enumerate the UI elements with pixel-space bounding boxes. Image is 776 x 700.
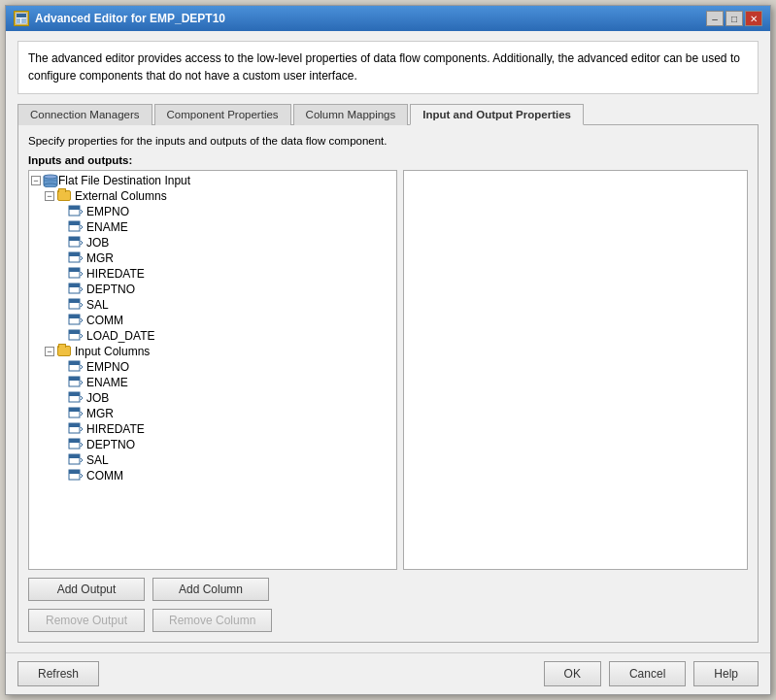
col-label: JOB [86, 391, 109, 405]
col-label: HIREDATE [86, 422, 145, 436]
svg-rect-2 [17, 18, 20, 23]
tree-root[interactable]: − Flat File Destination Input [29, 173, 396, 188]
svg-rect-21 [69, 299, 80, 303]
list-item[interactable]: JOB [29, 390, 396, 406]
svg-rect-29 [69, 377, 80, 381]
ok-button[interactable]: OK [544, 661, 601, 686]
description-text: The advanced editor provides access to t… [28, 51, 740, 65]
minimize-button[interactable]: – [706, 11, 724, 26]
description-box: The advanced editor provides access to t… [17, 41, 759, 94]
tree-scroll-area[interactable]: − Flat File Destination Input [29, 171, 396, 570]
col-label: EMPNO [86, 360, 129, 374]
input-col-label: Input Columns [75, 345, 150, 358]
column-icon [68, 283, 84, 296]
tab-input-output-properties[interactable]: Input and Output Properties [410, 104, 584, 125]
column-icon [68, 329, 84, 343]
column-icon [68, 298, 84, 312]
list-item[interactable]: SAL [29, 297, 396, 313]
column-icon [68, 453, 84, 467]
refresh-button[interactable]: Refresh [17, 661, 99, 686]
svg-rect-1 [17, 14, 26, 17]
column-icon [68, 205, 84, 218]
tab-column-mappings[interactable]: Column Mappings [293, 104, 409, 125]
col-label: LOAD_DATE [86, 329, 154, 343]
column-icon [68, 251, 84, 265]
svg-rect-19 [69, 283, 80, 287]
properties-panel [403, 170, 748, 571]
list-item[interactable]: SAL [29, 452, 396, 468]
window-body: The advanced editor provides access to t… [6, 31, 770, 652]
cancel-button[interactable]: Cancel [609, 661, 686, 686]
list-item[interactable]: DEPTNO [29, 437, 396, 452]
svg-point-5 [44, 175, 57, 179]
svg-rect-31 [69, 392, 80, 396]
col-label: EMPNO [86, 205, 129, 218]
list-item[interactable]: DEPTNO [29, 282, 396, 297]
window-controls: – □ ✕ [706, 11, 762, 26]
tab-connection-managers[interactable]: Connection Managers [17, 104, 152, 125]
window-title: Advanced Editor for EMP_DEPT10 [35, 12, 700, 25]
root-label: Flat File Destination Input [58, 174, 190, 187]
list-item[interactable]: JOB [29, 235, 396, 250]
column-icon [68, 391, 84, 405]
svg-rect-11 [69, 221, 80, 225]
close-button[interactable]: ✕ [745, 11, 762, 26]
col-label: HIREDATE [86, 267, 145, 281]
column-icon [68, 376, 84, 389]
list-item[interactable]: HIREDATE [29, 266, 396, 282]
root-toggle[interactable]: − [31, 176, 41, 185]
remove-output-button[interactable]: Remove Output [28, 609, 145, 632]
list-item[interactable]: HIREDATE [29, 421, 396, 437]
column-icon [68, 360, 84, 374]
svg-rect-23 [69, 315, 80, 318]
svg-rect-39 [69, 454, 80, 458]
ext-col-toggle[interactable]: − [45, 191, 54, 201]
svg-rect-33 [69, 408, 80, 412]
column-icon [68, 407, 84, 420]
column-icon [68, 267, 84, 281]
list-item[interactable]: EMPNO [29, 204, 396, 219]
action-buttons-row: Add Output Add Column [28, 578, 748, 601]
root-icon [43, 174, 58, 187]
footer: Refresh OK Cancel Help [6, 652, 770, 694]
list-item[interactable]: LOAD_DATE [29, 328, 396, 344]
maximize-button[interactable]: □ [725, 11, 743, 26]
list-item[interactable]: ENAME [29, 219, 396, 235]
svg-rect-15 [69, 252, 80, 256]
remove-buttons-row: Remove Output Remove Column [28, 609, 748, 632]
column-icon [68, 469, 84, 483]
main-area: − Flat File Destination Input [28, 170, 748, 571]
tab-content-area: Specify properties for the inputs and ou… [17, 124, 759, 644]
footer-right: OK Cancel Help [544, 661, 759, 686]
title-bar: Advanced Editor for EMP_DEPT10 – □ ✕ [6, 6, 770, 31]
add-output-button[interactable]: Add Output [28, 578, 145, 601]
list-item[interactable]: MGR [29, 406, 396, 421]
svg-rect-37 [69, 439, 80, 443]
description-text-2: configure components that do not have a … [28, 69, 357, 83]
col-label: COMM [86, 469, 123, 483]
list-item[interactable]: COMM [29, 313, 396, 328]
main-window: Advanced Editor for EMP_DEPT10 – □ ✕ The… [5, 5, 771, 695]
list-item[interactable]: MGR [29, 250, 396, 266]
column-icon [68, 422, 84, 436]
tree-input-columns[interactable]: − Input Columns [29, 344, 396, 359]
svg-point-7 [44, 183, 57, 187]
add-column-button[interactable]: Add Column [152, 578, 269, 601]
col-label: MGR [86, 251, 114, 265]
tab-component-properties[interactable]: Component Properties [154, 104, 291, 125]
col-label: COMM [86, 314, 123, 327]
col-label: SAL [86, 453, 109, 467]
tree-external-columns[interactable]: − External Columns [29, 188, 396, 204]
folder-icon-2 [56, 345, 72, 358]
list-item[interactable]: COMM [29, 468, 396, 483]
help-button[interactable]: Help [693, 661, 759, 686]
input-col-toggle[interactable]: − [45, 347, 54, 356]
svg-rect-27 [69, 361, 80, 365]
col-label: ENAME [86, 376, 128, 389]
list-item[interactable]: ENAME [29, 375, 396, 390]
list-item[interactable]: EMPNO [29, 359, 396, 375]
column-icon [68, 236, 84, 250]
remove-column-button[interactable]: Remove Column [152, 609, 272, 632]
tab-description: Specify properties for the inputs and ou… [28, 135, 748, 147]
svg-rect-25 [69, 330, 80, 334]
